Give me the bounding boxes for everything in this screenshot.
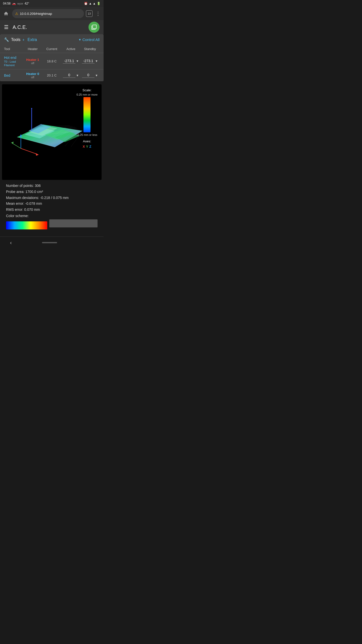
hotend-active-value: -273.1: [63, 59, 75, 64]
hotend-standby-dropdown[interactable]: -273.1 ▼: [80, 59, 100, 64]
legend-min-value: -0.25 mm or less: [77, 133, 97, 136]
alarm-icon: ⏰: [84, 2, 88, 5]
app-bar: ☰ A.C.E.: [0, 20, 104, 34]
color-scheme-label: Color scheme:: [6, 214, 98, 218]
browser-bar: ⚠ 10.0.0.209/Heightmap 13 ⋮: [0, 7, 104, 20]
home-pill[interactable]: [42, 242, 57, 243]
hotend-filament[interactable]: Filament: [4, 64, 23, 67]
z-axis-label: Z: [89, 145, 91, 148]
url-base: 10.0.0.209: [20, 12, 35, 16]
axes-title: Axes:: [83, 139, 91, 143]
y-axis-label: Y: [86, 145, 88, 148]
temperature-display: 42°: [25, 2, 29, 5]
tools-header: 🔧 Tools + Extra ▼ Control All: [0, 34, 104, 45]
hotend-current-temp: 18.8 C: [42, 59, 61, 63]
rms-error-stat: RMS error: 0.070 mm: [6, 207, 98, 213]
wrench-icon: 🔧: [4, 37, 9, 42]
heater1-status: off: [23, 62, 42, 65]
heater1-name: Heater 1: [23, 58, 42, 62]
col-active: Active: [61, 47, 80, 51]
col-tool: Tool: [4, 47, 23, 51]
table-header: Tool Heater Current Active Standby: [0, 45, 104, 53]
axes-xyz: X Y Z: [83, 144, 91, 149]
color-scheme-bar-right: [49, 219, 98, 227]
hotend-standby-arrow: ▼: [95, 59, 98, 63]
legend-max-value: 0.25 mm or more: [76, 93, 98, 96]
bed-standby-dropdown[interactable]: 0 ▼: [80, 73, 100, 78]
num-points-stat: Number of points: 306: [6, 183, 98, 189]
control-all-button[interactable]: ▼ Control All: [78, 37, 100, 42]
col-current: Current: [42, 47, 61, 51]
bed-current-temp: 20.1 C: [42, 73, 61, 77]
heater0-cell: Heater 0 off: [23, 72, 42, 79]
bed-active-arrow: ▼: [76, 74, 79, 77]
wyze-label: wyze: [17, 2, 23, 5]
bed-row: Bed Heater 0 off 20.1 C 0 ▼ 0 ▼: [0, 69, 104, 81]
battery-icon: 🔋: [97, 2, 101, 5]
probe-area-stat: Probe area: 1700.0 cm²: [6, 189, 98, 195]
hotend-name[interactable]: Hot end: [4, 56, 23, 60]
svg-marker-33: [36, 153, 39, 156]
time-display: 04:58: [3, 2, 11, 5]
car-icon: 🚗: [12, 2, 16, 5]
hotend-active-arrow: ▼: [76, 59, 79, 63]
url-display: 10.0.0.209/Heightmap: [20, 12, 52, 16]
svg-line-32: [21, 148, 37, 154]
tab-count-button[interactable]: 13: [86, 10, 93, 17]
status-left: 04:58 🚗 wyze 42°: [3, 2, 29, 5]
status-bar: 04:58 🚗 wyze 42° ⏰ ▲ ▲ 🔋: [0, 0, 104, 7]
hotend-active-dropdown[interactable]: -273.1 ▼: [61, 59, 80, 64]
bed-active-value: 0: [63, 73, 75, 78]
hotend-row: Hot end T0 - Load Filament Heater 1 off …: [0, 53, 104, 69]
extra-button[interactable]: Extra: [28, 37, 37, 42]
browser-menu-button[interactable]: ⋮: [95, 10, 102, 18]
bed-standby-value: 0: [82, 73, 95, 78]
app-title: A.C.E.: [13, 24, 88, 30]
wifi-icon: ▲: [89, 2, 92, 5]
back-button[interactable]: ‹: [10, 240, 12, 246]
bed-active-dropdown[interactable]: 0 ▼: [61, 73, 80, 78]
bed-standby-arrow: ▼: [95, 74, 98, 77]
bed-name[interactable]: Bed: [4, 73, 23, 77]
plus-icon: +: [22, 38, 24, 42]
heightmap-section: Scale: 0.25 mm or more -0.25 mm or less …: [0, 82, 104, 236]
control-all-arrow: ▼: [78, 38, 81, 42]
hotend-sub[interactable]: T0 - Load: [4, 60, 23, 63]
heightmap-stats: Number of points: 306 Probe area: 1700.0…: [2, 180, 102, 234]
mean-error-stat: Mean error: -0.078 mm: [6, 201, 98, 207]
bed-name-cell: Bed: [4, 73, 23, 77]
heightmap-visualization: [5, 87, 82, 165]
legend-scale-label: Scale:: [82, 88, 92, 92]
x-axis-label: X: [83, 145, 85, 148]
svg-line-30: [13, 143, 21, 148]
heater0-status: off: [23, 76, 42, 79]
signal-icon: ▲: [93, 2, 96, 5]
tools-panel: 🔧 Tools + Extra ▼ Control All Tool Heate…: [0, 34, 104, 81]
svg-point-27: [31, 108, 32, 109]
url-path: /Heightmap: [35, 12, 52, 16]
heightmap-legend: Scale: 0.25 mm or more -0.25 mm or less …: [76, 88, 98, 149]
max-deviation-stat: Maximum deviations: -0.218 / 0.075 mm: [6, 195, 98, 201]
hotend-standby-value: -273.1: [82, 59, 95, 64]
col-standby: Standby: [80, 47, 100, 51]
control-all-label: Control All: [82, 37, 100, 42]
security-warning-icon: ⚠: [15, 12, 18, 16]
hotend-name-cell: Hot end T0 - Load Filament: [4, 56, 23, 67]
url-bar[interactable]: ⚠ 10.0.0.209/Heightmap: [12, 9, 84, 18]
color-scheme-row: [6, 219, 98, 231]
tools-label: Tools: [11, 37, 20, 42]
screenshot-button[interactable]: [88, 22, 100, 33]
color-scheme-bar-left: [6, 221, 47, 229]
status-right: ⏰ ▲ ▲ 🔋: [84, 2, 101, 5]
legend-color-bar: [83, 97, 90, 132]
heater0-name: Heater 0: [23, 72, 42, 76]
home-button[interactable]: [2, 10, 10, 18]
bottom-nav: ‹: [0, 236, 104, 249]
col-heater: Heater: [23, 47, 42, 51]
heater1-cell: Heater 1 off: [23, 58, 42, 65]
heightmap-container[interactable]: Scale: 0.25 mm or more -0.25 mm or less …: [2, 84, 102, 180]
hamburger-menu-button[interactable]: ☰: [4, 24, 9, 30]
